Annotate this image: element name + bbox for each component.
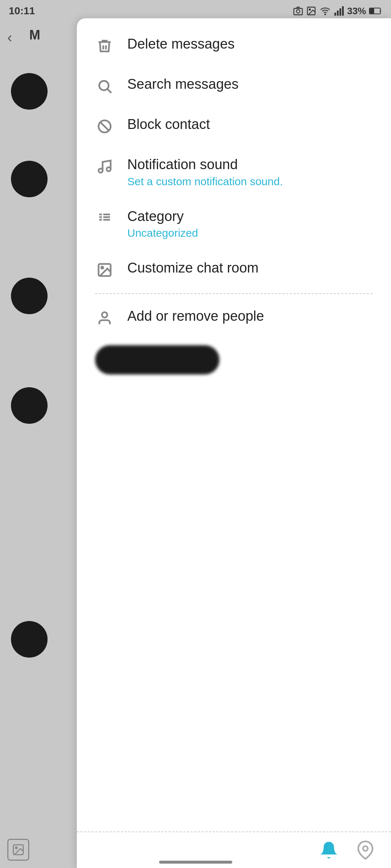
camera-icon xyxy=(293,6,303,16)
svg-point-13 xyxy=(99,81,109,90)
search-messages-label: Search messages xyxy=(127,76,238,93)
image-icon xyxy=(306,6,316,16)
home-indicator xyxy=(159,861,232,864)
menu-item-delete-messages[interactable]: Delete messages xyxy=(77,26,391,66)
svg-point-26 xyxy=(101,267,104,269)
bg-image-button xyxy=(7,839,29,861)
svg-rect-8 xyxy=(342,6,344,16)
person-icon xyxy=(95,309,114,328)
notification-sound-text: Notification sound Set a custom notifica… xyxy=(127,156,283,188)
category-label: Category xyxy=(127,208,198,225)
menu-item-notification-sound[interactable]: Notification sound Set a custom notifica… xyxy=(77,146,391,198)
svg-point-3 xyxy=(309,9,311,10)
delete-messages-label: Delete messages xyxy=(127,36,235,53)
customize-chat-room-label: Customize chat room xyxy=(127,260,259,277)
trash-icon xyxy=(95,37,114,56)
menu-list: Delete messages Search messages xyxy=(77,18,391,385)
avatar-4 xyxy=(11,387,48,424)
avatar-1 xyxy=(11,73,48,110)
svg-point-17 xyxy=(99,169,103,173)
menu-item-add-remove-people[interactable]: Add or remove people xyxy=(77,298,391,338)
add-remove-people-text: Add or remove people xyxy=(127,308,264,325)
battery-text: 33% xyxy=(347,5,366,17)
pin-button[interactable] xyxy=(354,839,376,861)
section-divider-1 xyxy=(95,293,373,294)
svg-point-28 xyxy=(363,846,368,851)
menu-item-customize-chat-room[interactable]: Customize chat room xyxy=(77,250,391,290)
panel-bottom-bar xyxy=(77,831,391,868)
background-app: ‹ M xyxy=(0,0,80,868)
block-contact-text: Block contact xyxy=(127,116,210,133)
menu-panel: Delete messages Search messages xyxy=(77,18,391,868)
avatar-5 xyxy=(11,621,48,658)
svg-point-18 xyxy=(107,167,111,171)
avatar-3 xyxy=(11,278,48,314)
search-icon xyxy=(95,77,114,96)
status-bar: 10:11 33% xyxy=(0,0,391,22)
notification-sound-sublabel: Set a custom notification sound. xyxy=(127,175,283,188)
menu-item-category[interactable]: Category Uncategorized xyxy=(77,198,391,250)
list-icon xyxy=(95,209,114,228)
svg-point-4 xyxy=(325,14,326,15)
battery-icon xyxy=(369,7,382,15)
back-arrow: ‹ xyxy=(7,29,12,46)
menu-item-block-contact[interactable]: Block contact xyxy=(77,106,391,146)
svg-rect-5 xyxy=(334,13,336,16)
svg-line-16 xyxy=(100,122,109,131)
menu-item-search-messages[interactable]: Search messages xyxy=(77,66,391,106)
redacted-content xyxy=(95,345,219,374)
delete-messages-text: Delete messages xyxy=(127,36,235,53)
status-icons: 33% xyxy=(293,5,382,17)
search-messages-text: Search messages xyxy=(127,76,238,93)
notification-sound-label: Notification sound xyxy=(127,156,283,173)
customize-chat-room-text: Customize chat room xyxy=(127,260,259,277)
svg-rect-6 xyxy=(337,11,339,16)
status-time: 10:11 xyxy=(9,5,35,17)
bell-button[interactable] xyxy=(318,839,340,861)
image-frame-icon xyxy=(95,260,114,279)
svg-point-12 xyxy=(16,847,18,849)
bg-bottom-bar xyxy=(0,831,80,868)
block-icon xyxy=(95,117,114,136)
svg-rect-7 xyxy=(339,8,341,16)
svg-point-27 xyxy=(102,312,108,318)
category-sublabel: Uncategorized xyxy=(127,227,198,239)
bg-title: M xyxy=(29,27,40,43)
music-icon xyxy=(95,157,114,176)
category-text: Category Uncategorized xyxy=(127,208,198,240)
svg-point-1 xyxy=(296,10,300,13)
avatar-2 xyxy=(11,161,48,197)
block-contact-label: Block contact xyxy=(127,116,210,133)
add-remove-people-label: Add or remove people xyxy=(127,308,264,325)
svg-line-14 xyxy=(108,89,111,93)
signal-icon xyxy=(334,6,344,16)
svg-rect-10 xyxy=(370,9,374,13)
wifi-icon xyxy=(319,6,331,16)
